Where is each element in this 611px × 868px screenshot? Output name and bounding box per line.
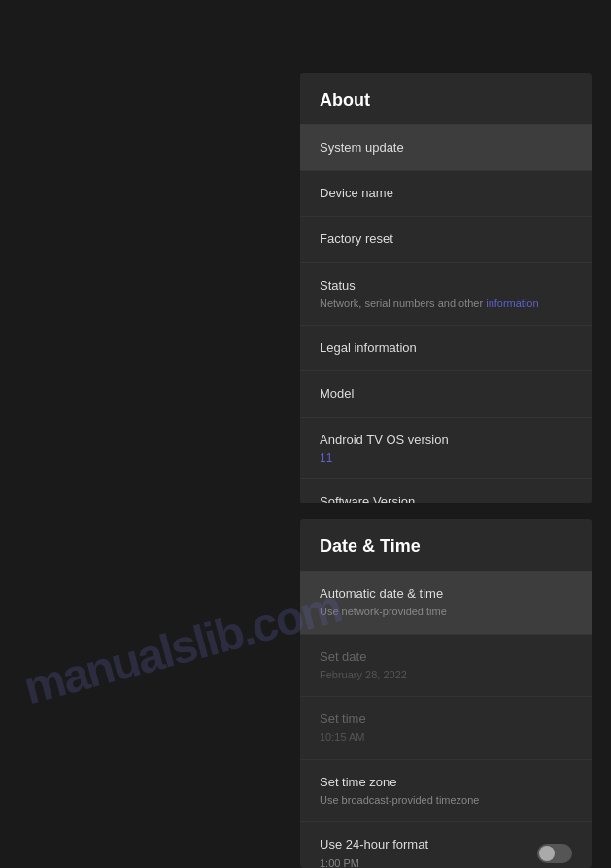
set-time-value: 10:15 AM (320, 730, 572, 745)
automatic-date-time-subtitle: Use network-provided time (320, 605, 572, 619)
device-name-label: Device name (320, 185, 572, 202)
model-label: Model (320, 385, 572, 402)
about-panel-header: About (300, 73, 592, 125)
set-time-zone-item[interactable]: Set time zone Use broadcast-provided tim… (300, 760, 592, 823)
legal-information-label: Legal information (320, 339, 572, 357)
use-24-hour-format-subtitle: 1:00 PM (320, 856, 428, 868)
set-time-zone-subtitle: Use broadcast-provided timezone (320, 793, 572, 808)
status-subtitle: Network, serial numbers and other inform… (320, 296, 572, 311)
status-label: Status (320, 277, 572, 295)
set-time-zone-label: Set time zone (320, 774, 572, 791)
device-name-item[interactable]: Device name (300, 171, 592, 217)
legal-information-item[interactable]: Legal information (300, 326, 592, 371)
factory-reset-item[interactable]: Factory reset (300, 217, 592, 262)
status-link[interactable]: information (486, 297, 538, 309)
about-title: About (320, 90, 370, 110)
datetime-panel-header: Date & Time (300, 519, 592, 572)
status-item[interactable]: Status Network, serial numbers and other… (300, 263, 592, 327)
set-date-label: Set date (320, 648, 572, 666)
automatic-date-time-label: Automatic date & time (320, 585, 572, 603)
model-item[interactable]: Model (300, 371, 592, 417)
software-version-label: Software Version (320, 493, 572, 503)
set-date-item[interactable]: Set date February 28, 2022 (300, 635, 592, 698)
page-wrapper: About System update Device name Factory … (0, 0, 611, 868)
use-24-hour-format-toggle[interactable] (537, 844, 572, 863)
software-version-item[interactable]: Software Version (300, 479, 592, 503)
datetime-title: Date & Time (320, 537, 421, 556)
set-time-item[interactable]: Set time 10:15 AM (300, 697, 592, 760)
android-tv-os-version-item[interactable]: Android TV OS version 11 (300, 418, 592, 479)
use-24-hour-format-label: Use 24-hour format (320, 836, 428, 853)
system-update-item[interactable]: System update (300, 125, 592, 171)
datetime-panel: Date & Time Automatic date & time Use ne… (300, 519, 592, 868)
use-24-hour-format-item[interactable]: Use 24-hour format 1:00 PM (300, 822, 592, 868)
android-tv-os-version-value: 11 (320, 451, 572, 465)
system-update-label: System update (320, 139, 572, 156)
automatic-date-time-item[interactable]: Automatic date & time Use network-provid… (300, 572, 592, 635)
use-24-hour-format-row: Use 24-hour format 1:00 PM (320, 836, 572, 868)
set-date-value: February 28, 2022 (320, 668, 572, 682)
about-panel: About System update Device name Factory … (300, 73, 592, 503)
android-tv-os-version-label: Android TV OS version (320, 432, 572, 449)
use-24-hour-format-text: Use 24-hour format 1:00 PM (320, 836, 428, 868)
set-time-label: Set time (320, 711, 572, 728)
factory-reset-label: Factory reset (320, 230, 572, 248)
